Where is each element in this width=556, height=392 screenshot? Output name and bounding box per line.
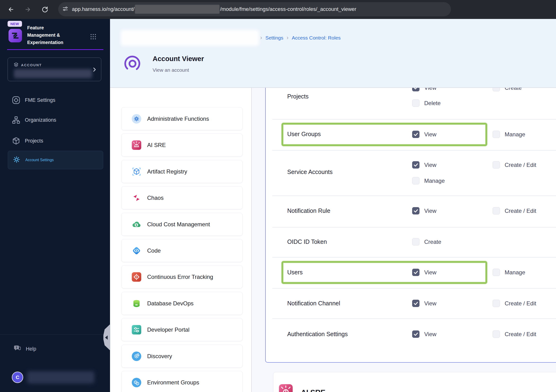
checkbox-label: Create / Edit [505, 331, 536, 337]
module-card-artifact-registry[interactable]: Artifact Registry [121, 160, 242, 183]
cube-icon [12, 136, 21, 145]
next-module-section: AI SRE [273, 372, 556, 392]
collapse-arrow-icon [105, 335, 108, 340]
module-card-ai-sre[interactable]: AI SRE [121, 133, 242, 157]
browser-toolbar: app.harness.io/ng/account//module/fme/se… [0, 0, 556, 19]
checkbox-create-edit-unchecked[interactable] [493, 330, 500, 338]
checkbox-view-checked[interactable] [412, 161, 419, 169]
app-grid-icon[interactable] [90, 34, 96, 40]
forward-icon[interactable] [24, 5, 32, 14]
permission-projects-delete: Delete [412, 99, 440, 107]
site-info-icon[interactable] [62, 5, 69, 13]
checkbox-manage-unchecked[interactable] [493, 269, 500, 276]
permission-resource-notification-rule: Notification Rule [287, 207, 330, 214]
permissions-panel: ProjectsViewCreateDeleteUser GroupsViewM… [265, 71, 556, 363]
checkbox-label: View [424, 131, 437, 138]
svg-text:$: $ [135, 223, 138, 227]
permission-service-accounts-view: View [412, 161, 437, 169]
sidebar-item-label: Organizations [25, 117, 56, 123]
checkbox-manage-unchecked[interactable] [412, 177, 419, 184]
chaos-arrows-icon [132, 193, 141, 203]
module-card-code[interactable]: Code [121, 239, 242, 262]
row-divider [272, 227, 556, 227]
checkbox-label: Create [424, 239, 441, 245]
svg-text:?: ? [15, 346, 17, 349]
module-card-label: Continuous Error Tracking [147, 274, 213, 280]
split-logo-icon [8, 29, 22, 42]
user-profile[interactable]: C [12, 371, 94, 384]
split-outline-icon [12, 96, 21, 105]
module-card-continuous-error-tracking[interactable]: Continuous Error Tracking [121, 265, 242, 288]
sidebar-item-help[interactable]: ? Help [13, 344, 36, 354]
permission-users-view: View [412, 269, 437, 276]
checkbox-create-edit-unchecked[interactable] [493, 161, 500, 169]
brand-title: Feature Management & Experimentation [27, 24, 63, 46]
crosshair-icon [132, 272, 141, 282]
checkbox-manage-unchecked[interactable] [493, 131, 500, 138]
checkbox-view-checked[interactable] [412, 330, 419, 338]
chevron-right-icon: › [260, 35, 262, 41]
hexagon-search-icon [132, 352, 141, 361]
permission-users-manage: Manage [493, 269, 525, 276]
sidebar-item-account-settings[interactable]: Account Settings [8, 151, 103, 169]
checkbox-delete-unchecked[interactable] [412, 99, 419, 107]
checkbox-create-unchecked[interactable] [412, 238, 419, 245]
module-card-label: Code [147, 247, 161, 254]
sidebar-item-label: Projects [25, 138, 43, 144]
permission-authentication-settings-view: View [412, 330, 437, 338]
avatar[interactable]: C [12, 372, 23, 383]
sidebar-item-projects[interactable]: Projects [12, 135, 43, 146]
page-subtitle: View an account [153, 67, 189, 73]
module-card-label: Developer Portal [147, 326, 190, 333]
reload-icon[interactable] [41, 5, 49, 14]
module-card-label: Discovery [147, 353, 172, 360]
module-card-label: Environment Groups [147, 379, 199, 386]
permission-notification-rule-view: View [412, 207, 437, 214]
module-card-label: Chaos [147, 195, 163, 201]
row-divider [272, 119, 556, 119]
module-card-cloud-cost-management[interactable]: $Cloud Cost Management [121, 213, 242, 236]
back-icon[interactable] [7, 5, 15, 14]
permission-resource-authentication-settings: Authentication Settings [287, 331, 348, 337]
checkbox-create-edit-unchecked[interactable] [493, 300, 500, 307]
breadcrumb-link-access-control-roles[interactable]: Access Control: Roles [292, 35, 341, 41]
module-card-discovery[interactable]: Discovery [121, 345, 242, 368]
checkbox-create-edit-unchecked[interactable] [493, 207, 500, 214]
breadcrumb-link-settings[interactable]: Settings [265, 35, 283, 41]
checkbox-view-checked[interactable] [412, 131, 419, 138]
sidebar-item-fme-settings[interactable]: FME Settings [12, 95, 55, 106]
checkbox-label: View [424, 269, 437, 276]
account-selector[interactable]: ACCOUNT [8, 57, 101, 81]
module-card-environment-groups[interactable]: Environment Groups [121, 371, 242, 392]
sidebar-item-organizations[interactable]: Organizations [12, 115, 56, 125]
siren-icon [132, 140, 141, 150]
row-divider [272, 318, 556, 319]
checkbox-label: View [424, 300, 437, 307]
sidebar-divider [0, 334, 110, 335]
module-card-administrative-functions[interactable]: Administrative Functions [121, 107, 242, 130]
module-card-database-devops[interactable]: ∞Database DevOps [121, 292, 242, 315]
checkbox-label: View [424, 331, 437, 337]
address-bar[interactable]: app.harness.io/ng/account//module/fme/se… [58, 2, 451, 16]
permission-oidc-id-token-create: Create [412, 238, 441, 245]
checkbox-label: View [424, 208, 437, 214]
gear-icon [12, 155, 21, 165]
checkbox-label: Create / Edit [505, 208, 536, 214]
module-card-chaos[interactable]: Chaos [121, 186, 242, 209]
code-diamond-icon [132, 246, 141, 255]
permission-resource-user-groups: User Groups [287, 131, 321, 138]
permission-notification-rule-create-edit: Create / Edit [493, 207, 536, 214]
module-card-label: Artifact Registry [147, 168, 187, 175]
checkbox-view-checked[interactable] [412, 207, 419, 214]
module-card-label: Administrative Functions [147, 116, 209, 122]
checkbox-label: Manage [424, 178, 445, 184]
redacted-username [27, 371, 94, 384]
permission-notification-channel-view: View [412, 300, 437, 307]
checkbox-view-checked[interactable] [412, 300, 419, 307]
column-divider [251, 88, 252, 392]
viewer-eye-icon [123, 55, 142, 73]
checkbox-view-checked[interactable] [412, 269, 419, 276]
module-card-developer-portal[interactable]: Developer Portal [121, 318, 242, 341]
module-card-label: Database DevOps [147, 300, 193, 307]
help-chat-icon: ? [13, 344, 22, 354]
